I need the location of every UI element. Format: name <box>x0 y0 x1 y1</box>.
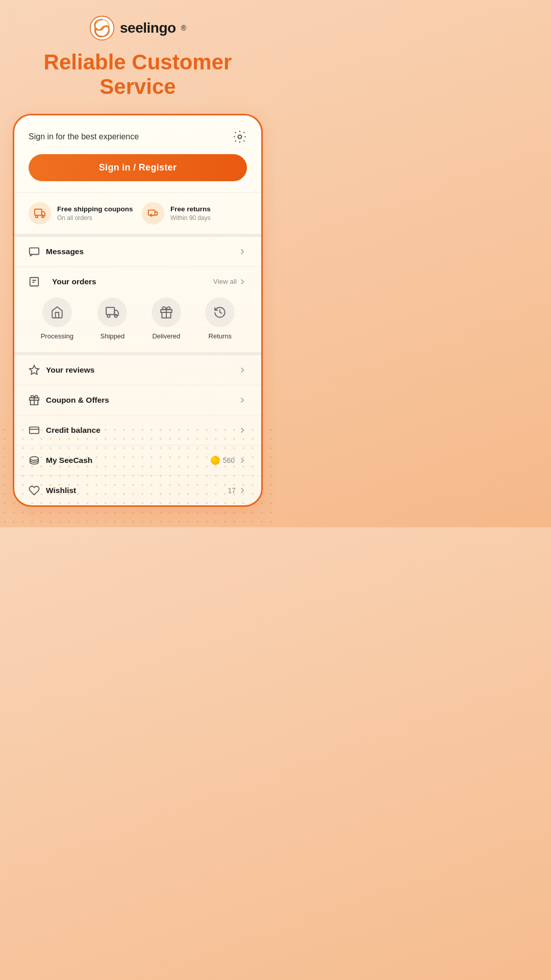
truck-icon <box>34 208 45 219</box>
your-reviews-row[interactable]: Your reviews <box>14 355 261 385</box>
coupon-right <box>238 396 247 405</box>
svg-point-9 <box>108 314 110 317</box>
order-processing[interactable]: Processing <box>41 298 73 340</box>
svg-point-4 <box>42 215 44 217</box>
svg-rect-8 <box>107 307 115 314</box>
sign-in-prompt: Sign in for the best experience <box>29 132 139 141</box>
free-shipping-texts: Free shipping coupons On all orders <box>57 205 133 222</box>
free-returns-texts: Free returns Within 90 days <box>170 205 211 222</box>
reviews-right <box>238 365 247 375</box>
reviews-label: Your reviews <box>46 365 238 375</box>
return-icon <box>147 208 159 219</box>
svg-rect-6 <box>30 248 39 254</box>
free-shipping-title: Free shipping coupons <box>57 205 133 214</box>
free-returns-icon-wrap <box>142 202 164 225</box>
processing-icon <box>51 306 64 319</box>
free-returns-subtitle: Within 90 days <box>170 214 211 222</box>
svg-point-3 <box>36 215 38 217</box>
logo-text: seelingo <box>120 20 176 36</box>
view-all-label: View all <box>213 278 237 285</box>
bottom-menu: Your reviews Coupon & Offers <box>14 355 261 505</box>
svg-point-15 <box>30 456 39 460</box>
wishlist-label: Wishlist <box>46 486 228 495</box>
seecash-label: My SeeCash <box>46 456 211 465</box>
orders-header-left: Your orders <box>29 276 96 287</box>
wishlist-right: 17 <box>228 486 247 495</box>
orders-title: Your orders <box>52 277 96 286</box>
shipped-icon-circle <box>97 298 127 327</box>
wishlist-count: 17 <box>228 486 236 495</box>
logo-area: seelingo® <box>89 15 186 41</box>
svg-point-1 <box>238 135 242 138</box>
messages-icon <box>29 246 40 257</box>
coupon-label: Coupon & Offers <box>46 396 238 405</box>
benefits-section: Free shipping coupons On all orders Free… <box>14 193 261 237</box>
delivered-icon <box>160 306 173 319</box>
wishlist-chevron-icon <box>238 486 247 495</box>
seecash-icon <box>29 455 40 466</box>
view-all[interactable]: View all <box>213 277 247 286</box>
svg-rect-14 <box>30 427 39 433</box>
sign-in-header: Sign in for the best experience <box>29 130 247 144</box>
messages-label: Messages <box>46 247 238 256</box>
seelingo-logo-icon <box>89 15 115 41</box>
delivered-icon-circle <box>152 298 181 327</box>
returns-icon <box>213 306 227 319</box>
seecash-chevron-icon <box>238 456 247 465</box>
free-shipping-subtitle: On all orders <box>57 214 133 222</box>
order-delivered[interactable]: Delivered <box>152 298 181 340</box>
free-shipping-icon-wrap <box>29 202 51 225</box>
wishlist-row[interactable]: Wishlist 17 <box>14 476 261 505</box>
sign-in-section: Sign in for the best experience Sign in … <box>14 115 261 193</box>
page-headline: Reliable Customer Service <box>10 50 265 100</box>
order-shipped[interactable]: Shipped <box>97 298 127 340</box>
returns-icon-circle <box>205 298 235 327</box>
benefit-free-shipping: Free shipping coupons On all orders <box>29 202 134 225</box>
processing-icon-circle <box>42 298 72 327</box>
seecash-value: 560 <box>211 456 247 465</box>
order-icons-row: Processing Shipped <box>14 293 261 344</box>
orders-icon <box>29 276 40 287</box>
returns-label: Returns <box>209 332 232 340</box>
credit-icon <box>29 425 40 436</box>
credit-balance-row[interactable]: Credit balance <box>14 415 261 446</box>
credit-right <box>238 426 247 435</box>
shipped-icon <box>106 306 119 319</box>
processing-label: Processing <box>41 332 73 340</box>
coupon-chevron-icon <box>238 396 247 405</box>
credit-chevron-icon <box>238 426 247 435</box>
logo-container: seelingo® <box>89 15 186 41</box>
coin-icon <box>211 456 220 465</box>
svg-marker-13 <box>30 365 39 374</box>
orders-chevron-icon <box>238 277 247 286</box>
logo-registered: ® <box>181 24 186 32</box>
shipped-label: Shipped <box>101 332 125 340</box>
coupon-offers-row[interactable]: Coupon & Offers <box>14 385 261 415</box>
svg-rect-2 <box>35 209 42 215</box>
order-returns[interactable]: Returns <box>205 298 235 340</box>
sign-in-button[interactable]: Sign in / Register <box>29 154 247 181</box>
phone-card: Sign in for the best experience Sign in … <box>13 114 263 507</box>
benefit-free-returns: Free returns Within 90 days <box>142 202 247 225</box>
orders-header: Your orders View all <box>14 267 261 293</box>
coupon-icon <box>29 395 40 406</box>
reviews-icon <box>29 364 40 376</box>
settings-icon[interactable] <box>233 130 247 144</box>
reviews-chevron-icon <box>238 365 247 375</box>
wishlist-icon <box>29 485 40 496</box>
messages-row[interactable]: Messages <box>14 237 261 267</box>
credit-label: Credit balance <box>46 426 238 435</box>
messages-chevron-icon <box>238 247 247 256</box>
svg-point-10 <box>115 314 117 317</box>
orders-section: Your orders View all Processing <box>14 267 261 355</box>
seecash-amount: 560 <box>223 456 235 464</box>
seecash-row[interactable]: My SeeCash 560 <box>14 446 261 476</box>
delivered-label: Delivered <box>152 332 180 340</box>
messages-right <box>238 247 247 256</box>
free-returns-title: Free returns <box>170 205 211 214</box>
